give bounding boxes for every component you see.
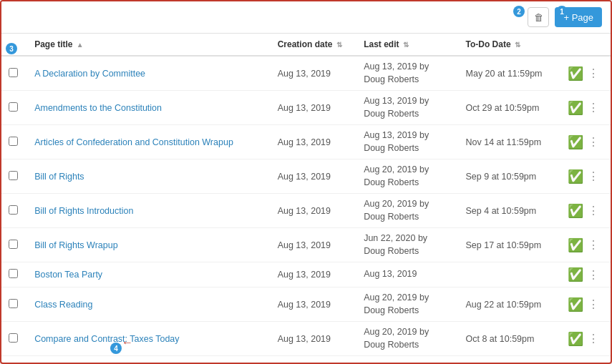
pages-table: Page title ▲ Creation date ⇅ Last edit ⇅… <box>1 34 611 359</box>
main-container: 🗑 + Page 2 1 3 Page title ▲ Creation dat… <box>0 0 612 364</box>
actions-cell: ✅⋮ <box>560 322 611 356</box>
todo-date-cell: Oct 29 at 10:59pm <box>459 91 560 125</box>
creation-date-cell: Aug 13, 2019 <box>271 356 357 360</box>
table-row: Articles of Confederation and Constituti… <box>1 125 611 159</box>
page-title-link[interactable]: Bill of Rights <box>34 172 84 182</box>
todo-date-cell: May 20 at 11:59pm <box>459 56 560 91</box>
check-icon: ✅ <box>568 134 583 150</box>
title-sort-icon: ▲ <box>77 41 84 49</box>
last-edit-cell: Jun 22, 2020 byDoug Roberts <box>356 228 458 262</box>
more-options-icon[interactable]: ⋮ <box>588 101 599 114</box>
actions-cell: ✅⋮ <box>560 287 611 322</box>
todo-date-cell: Oct 8 at 10:59pm <box>459 322 560 356</box>
todo-date-cell: Aug 22 at 10:59pm <box>459 287 560 322</box>
creation-date-cell: Aug 13, 2019 <box>271 159 357 194</box>
row-checkbox[interactable] <box>9 171 18 180</box>
check-icon: ✅ <box>568 331 583 347</box>
creation-date-cell: Aug 13, 2019 <box>271 262 357 287</box>
creation-date-cell: Aug 13, 2019 <box>271 125 357 159</box>
table-row: Class ReadingAug 13, 2019Aug 20, 2019 by… <box>1 287 611 322</box>
row-checkbox[interactable] <box>9 240 18 249</box>
arrow-4-icon: ← <box>122 336 133 349</box>
check-icon: ✅ <box>568 203 583 219</box>
creation-sort-icon: ⇅ <box>336 41 342 49</box>
table-row: Boston Tea PartyAug 13, 2019Aug 13, 2019… <box>1 262 611 287</box>
more-options-icon[interactable]: ⋮ <box>588 332 599 345</box>
check-icon: ✅ <box>568 267 583 282</box>
page-title-link[interactable]: Bill of Rights Introduction <box>34 206 133 216</box>
actions-cell: ✅⋮ <box>560 262 611 287</box>
page-title-link[interactable]: Compare and Contrast: Taxes Today <box>34 334 179 344</box>
actions-cell: ✅⋮ <box>560 91 611 125</box>
row-checkbox[interactable] <box>9 299 18 308</box>
check-icon: ✅ <box>568 297 583 313</box>
table-row: A Declaration by CommitteeAug 13, 2019Au… <box>1 56 611 91</box>
actions-cell: ✅⋮ <box>560 356 611 360</box>
badge-3: 3 <box>6 43 17 54</box>
creation-date-cell: Aug 13, 2019 <box>271 194 357 228</box>
creation-date-cell: Aug 13, 2019 <box>271 322 357 356</box>
todo-sort-icon: ⇅ <box>515 41 520 49</box>
check-icon: ✅ <box>568 66 583 82</box>
row-checkbox[interactable] <box>9 137 18 146</box>
table-wrapper: Page title ▲ Creation date ⇅ Last edit ⇅… <box>1 34 611 359</box>
more-options-icon[interactable]: ⋮ <box>588 238 599 252</box>
page-title-link[interactable]: A Declaration by Committee <box>34 69 145 79</box>
check-icon: ✅ <box>568 169 583 185</box>
table-row: Bill of Rights WrapupAug 13, 2019Jun 22,… <box>1 228 611 262</box>
add-page-label: + Page <box>563 12 593 23</box>
table-row: Bill of Rights IntroductionAug 13, 2019A… <box>1 194 611 228</box>
more-options-icon[interactable]: ⋮ <box>588 297 599 311</box>
last-edit-cell: Aug 13, 2019 byDoug Roberts <box>356 56 458 91</box>
page-title-link[interactable]: Boston Tea Party <box>34 270 102 280</box>
badge-1: 1 <box>556 6 568 17</box>
last-edit-cell: Aug 13, 2019 <box>356 262 458 287</box>
row-checkbox[interactable] <box>9 68 18 77</box>
last-edit-cell: Aug 13, 2019 byDoug Roberts <box>356 91 458 125</box>
row-checkbox[interactable] <box>9 269 18 278</box>
todo-date-cell: Sep 9 at 10:59pm <box>459 159 560 194</box>
last-edit-cell: Aug 20, 2019 byDoug Roberts <box>356 356 458 360</box>
actions-cell: ✅⋮ <box>560 56 611 91</box>
todo-date-cell: Nov 18 at 11:59pm <box>459 356 560 360</box>
row-checkbox[interactable] <box>9 333 18 343</box>
lastedit-sort-icon: ⇅ <box>403 41 409 49</box>
creation-date-cell: Aug 13, 2019 <box>271 56 357 91</box>
table-row: Declaration of Independence Introduction… <box>1 356 611 360</box>
row-checkbox[interactable] <box>9 205 18 215</box>
last-edit-cell: Aug 13, 2019 byDoug Roberts <box>356 125 458 159</box>
last-edit-cell: Aug 20, 2019 byDoug Roberts <box>356 194 458 228</box>
todo-date-cell: Sep 4 at 10:59pm <box>459 194 560 228</box>
header-todo-date[interactable]: To-Do Date ⇅ <box>459 34 560 56</box>
header-title[interactable]: Page title ▲ <box>27 34 271 56</box>
more-options-icon[interactable]: ⋮ <box>588 169 599 183</box>
check-icon: ✅ <box>568 100 583 116</box>
actions-cell: ✅⋮ <box>560 228 611 262</box>
table-row: Compare and Contrast: Taxes TodayAug 13,… <box>1 322 611 356</box>
check-icon: ✅ <box>568 237 583 253</box>
more-options-icon[interactable]: ⋮ <box>588 268 599 282</box>
actions-cell: ✅⋮ <box>560 159 611 194</box>
todo-date-cell <box>459 262 560 287</box>
last-edit-cell: Aug 20, 2019 byDoug Roberts <box>356 322 458 356</box>
page-title-link[interactable]: Amendments to the Constitution <box>34 103 162 113</box>
last-edit-cell: Aug 20, 2019 byDoug Roberts <box>356 287 458 322</box>
delete-button[interactable]: 🗑 <box>528 7 549 27</box>
badge-4: 4 <box>110 343 122 354</box>
more-options-icon[interactable]: ⋮ <box>588 135 599 149</box>
page-title-link[interactable]: Bill of Rights Wrapup <box>34 240 118 250</box>
header-creation-date[interactable]: Creation date ⇅ <box>271 34 357 56</box>
row-checkbox[interactable] <box>9 102 18 112</box>
page-title-link[interactable]: Class Reading <box>34 300 92 310</box>
last-edit-cell: Aug 20, 2019 byDoug Roberts <box>356 159 458 194</box>
actions-cell: ✅⋮ <box>560 194 611 228</box>
creation-date-cell: Aug 13, 2019 <box>271 228 357 262</box>
header-last-edit[interactable]: Last edit ⇅ <box>356 34 458 56</box>
todo-date-cell: Sep 17 at 10:59pm <box>459 228 560 262</box>
actions-cell: ✅⋮ <box>560 125 611 159</box>
todo-date-cell: Nov 14 at 11:59pm <box>459 125 560 159</box>
table-row: Bill of RightsAug 13, 2019Aug 20, 2019 b… <box>1 159 611 194</box>
page-title-link[interactable]: Articles of Confederation and Constituti… <box>34 137 233 147</box>
more-options-icon[interactable]: ⋮ <box>588 67 599 80</box>
more-options-icon[interactable]: ⋮ <box>588 204 599 217</box>
